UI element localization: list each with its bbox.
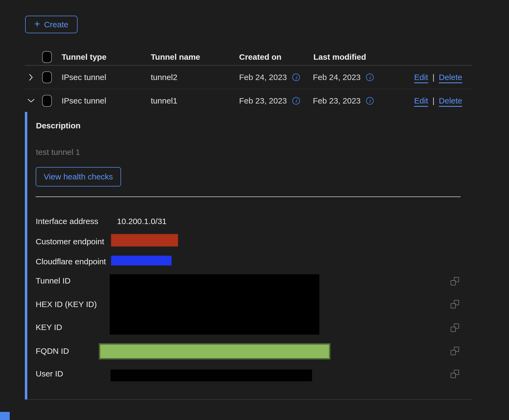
tunnels-page: + Create Tunnel type Tunnel name Created…	[0, 0, 509, 420]
tunnel-type-cell: IPsec tunnel	[62, 73, 106, 82]
table-row-tunnel2: IPsec tunnel tunnel2 Feb 24, 2023 i Feb …	[25, 66, 471, 89]
created-on-date: Feb 24, 2023	[239, 73, 287, 82]
header-last-modified: Last modified	[313, 52, 366, 62]
last-modified-date: Feb 24, 2023	[313, 73, 361, 82]
edit-link[interactable]: Edit	[414, 96, 428, 105]
delete-link[interactable]: Delete	[439, 96, 462, 105]
row-checkbox[interactable]	[42, 71, 52, 83]
key-id-label: KEY ID	[36, 323, 62, 332]
cloudflare-endpoint-redaction	[111, 256, 172, 265]
edit-link[interactable]: Edit	[414, 73, 428, 82]
plus-icon: +	[34, 19, 40, 29]
info-icon[interactable]: i	[292, 74, 300, 81]
info-icon[interactable]: i	[366, 74, 374, 81]
tunnel-name-cell: tunnel2	[151, 73, 177, 82]
info-icon[interactable]: i	[366, 97, 374, 105]
copy-icon-front	[451, 303, 456, 308]
table-row-tunnel1: IPsec tunnel tunnel1 Feb 23, 2023 i Feb …	[25, 89, 471, 112]
interface-address-label: Interface address	[36, 217, 98, 226]
row-checkbox[interactable]	[42, 95, 52, 107]
customer-endpoint-redaction	[111, 234, 178, 246]
last-modified-cell: Feb 24, 2023 i	[313, 73, 374, 82]
header-tunnel-type: Tunnel type	[62, 52, 106, 62]
copy-icon-tunnel-id[interactable]	[451, 277, 459, 285]
fqdn-id-redaction	[99, 343, 330, 359]
info-glyph: i	[369, 98, 371, 104]
tunnel-type-cell: IPsec tunnel	[62, 96, 106, 105]
customer-endpoint-label: Customer endpoint	[36, 237, 104, 246]
last-modified-cell: Feb 23, 2023 i	[313, 96, 374, 105]
header-created-on: Created on	[239, 52, 282, 62]
tunnel-id-label: Tunnel ID	[36, 276, 71, 285]
user-id-redaction	[110, 369, 312, 381]
chevron-down-icon[interactable]	[27, 97, 35, 105]
copy-icon-hex-id[interactable]	[451, 300, 459, 308]
interface-address-value: 10.200.1.0/31	[117, 217, 167, 226]
row-actions: Edit | Delete	[414, 96, 462, 105]
description-label: Description	[36, 121, 81, 130]
actions-separator: |	[432, 73, 434, 82]
info-glyph: i	[295, 75, 297, 80]
copy-icon-front	[451, 350, 456, 355]
last-modified-date: Feb 23, 2023	[313, 96, 361, 105]
created-on-cell: Feb 24, 2023 i	[239, 73, 300, 82]
info-icon[interactable]: i	[292, 97, 300, 105]
tunnel-id-redaction	[110, 274, 319, 335]
delete-link[interactable]: Delete	[439, 73, 462, 82]
create-button-label: Create	[44, 20, 68, 29]
view-health-checks-button[interactable]: View health checks	[36, 167, 121, 186]
header-tunnel-name: Tunnel name	[151, 52, 200, 62]
cloudflare-endpoint-label: Cloudflare endpoint	[36, 257, 106, 266]
fqdn-id-label: FQDN ID	[36, 346, 69, 356]
copy-icon-front	[451, 280, 456, 285]
info-glyph: i	[295, 98, 297, 104]
description-value: test tunnel 1	[36, 148, 80, 157]
copy-icon-front	[451, 327, 456, 332]
copy-icon-fqdn-id[interactable]	[451, 347, 459, 355]
user-id-label: User ID	[36, 369, 63, 378]
created-on-cell: Feb 23, 2023 i	[239, 96, 300, 105]
bottom-left-blue-element[interactable]	[0, 412, 10, 420]
copy-icon-user-id[interactable]	[451, 370, 459, 378]
hex-id-label: HEX ID (KEY ID)	[36, 300, 97, 309]
panel-divider	[36, 196, 461, 197]
row-actions: Edit | Delete	[414, 73, 462, 82]
copy-icon-key-id[interactable]	[451, 324, 459, 332]
table-header: Tunnel type Tunnel name Created on Last …	[25, 49, 471, 65]
select-all-checkbox[interactable]	[42, 51, 52, 63]
actions-separator: |	[432, 96, 434, 105]
create-button[interactable]: + Create	[25, 16, 78, 33]
panel-bottom-divider	[27, 399, 471, 400]
copy-icon-front	[451, 373, 456, 378]
chevron-right-icon[interactable]	[27, 73, 35, 81]
tunnel-name-cell: tunnel1	[151, 96, 177, 105]
expanded-row-accent-bar	[25, 112, 27, 399]
info-glyph: i	[369, 75, 371, 80]
created-on-date: Feb 23, 2023	[239, 96, 287, 105]
